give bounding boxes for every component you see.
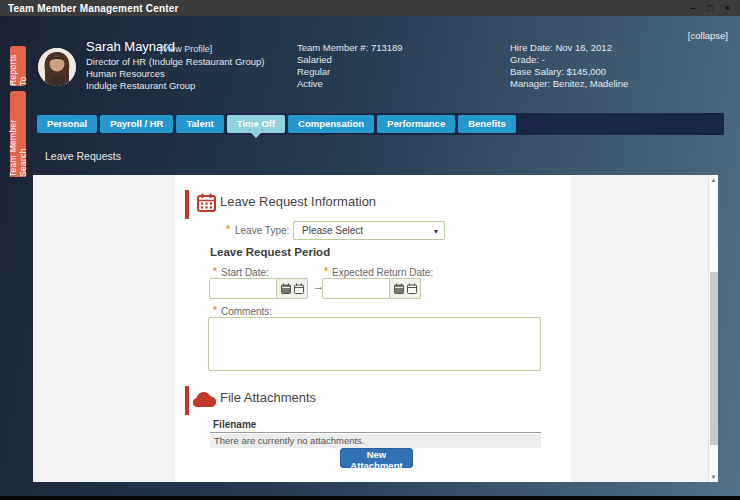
sidebar-tab-reports-to[interactable]: Reports To [10,46,26,86]
minimize-icon[interactable]: – [690,0,695,16]
tab-talent[interactable]: Talent [176,115,223,133]
window-title: Team Member Management Center [0,3,179,14]
sidebar-tab-team-member-search[interactable]: Team Member Search [10,91,26,177]
avatar [38,48,76,86]
start-date-group [209,278,308,299]
calendar-picker-icon [281,283,291,294]
leave-period-title: Leave Request Period [210,246,330,258]
restore-icon[interactable]: □ [707,0,712,16]
scrollbar-thumb[interactable] [710,272,718,445]
expected-return-date-label: Expected Return Date: [332,267,433,278]
chevron-down-icon: ▾ [434,223,438,240]
sidebar-tab-label: Reports To [8,46,28,86]
calendar-default-icon [407,283,417,294]
required-marker: * [226,224,230,235]
scroll-down-icon[interactable]: ▼ [709,474,718,480]
hire-info-column: Hire Date: Nov 16, 2012 Grade: - Base Sa… [510,42,628,90]
leave-type-selected-value: Please Select [302,225,363,236]
tab-time-off[interactable]: Time Off [227,115,285,133]
collapse-link[interactable]: [collapse] [688,30,728,41]
employee-number: Team Member #: 713189 [297,42,403,54]
tab-bar: Personal Payroll / HR Talent Time Off Co… [33,113,724,135]
app-window: Team Member Management Center – □ × [col… [0,0,740,500]
close-icon[interactable]: × [725,0,730,16]
required-marker: * [213,305,217,316]
start-date-picker-buttons[interactable] [277,278,308,299]
tab-benefits[interactable]: Benefits [458,115,515,133]
profile-summary-column: Director of HR (Indulge Restaurant Group… [86,56,264,92]
attachments-empty-message: There are currently no attachments. [210,434,541,448]
grade: Grade: - [510,54,628,66]
employment-info-column: Team Member #: 713189 Salaried Regular A… [297,42,403,90]
comments-label: Comments: [221,306,272,317]
tab-payroll-hr[interactable]: Payroll / HR [100,115,173,133]
base-salary: Base Salary: $145,000 [510,66,628,78]
section-accent-bar [185,190,189,219]
tab-performance[interactable]: Performance [377,115,455,133]
pay-type: Salaried [297,54,403,66]
return-date-group [322,278,421,299]
department: Human Resources [86,68,264,80]
job-title: Director of HR (Indulge Restaurant Group… [86,56,264,68]
manager: Manager: Benitez, Madeline [510,78,628,90]
content-panel: Leave Request Information * Leave Type: … [33,175,718,482]
return-date-picker-buttons[interactable] [390,278,421,299]
new-attachment-button[interactable]: New Attachment [340,448,413,468]
calendar-default-icon [294,283,304,294]
comments-textarea[interactable] [208,317,541,371]
leave-type-select[interactable]: Please Select ▾ [293,221,445,240]
leave-request-section-title: Leave Request Information [220,194,376,209]
organization: Indulge Restaurant Group [86,80,264,92]
avatar-photo-placeholder [38,48,76,86]
start-date-label: Start Date: [221,267,269,278]
expected-return-date-input[interactable] [322,278,390,299]
section-accent-bar [185,386,189,415]
tab-compensation[interactable]: Compensation [288,115,374,133]
calendar-picker-icon [394,283,404,294]
file-attachments-section-title: File Attachments [220,390,316,405]
start-date-input[interactable] [209,278,277,299]
subnav-leave-requests[interactable]: Leave Requests [45,150,121,162]
sidebar-tab-label: Team Member Search [8,91,28,177]
required-marker: * [324,266,328,277]
window-titlebar: Team Member Management Center – □ × [0,0,740,16]
employment-status: Active [297,78,403,90]
tab-personal[interactable]: Personal [37,115,97,133]
calendar-icon [196,192,217,213]
vertical-scrollbar[interactable]: ▲ ▼ [708,175,718,482]
hire-date: Hire Date: Nov 16, 2012 [510,42,628,54]
leave-type-label: Leave Type: [235,225,289,236]
bottom-border-bar [0,496,740,500]
employment-type: Regular [297,66,403,78]
filename-column-header: Filename [210,418,541,433]
required-marker: * [213,266,217,277]
scroll-up-icon[interactable]: ▲ [709,177,718,183]
cloud-icon [192,391,217,408]
view-profile-link[interactable]: [View Profile] [160,44,212,54]
